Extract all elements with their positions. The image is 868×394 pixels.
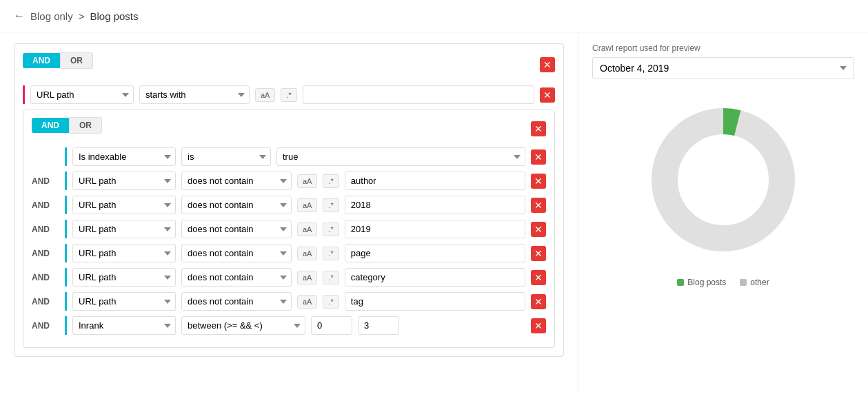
toggle-aa-2[interactable]: aA xyxy=(297,198,317,212)
value-input-1[interactable] xyxy=(345,172,525,190)
inrank-row-close[interactable]: ✕ xyxy=(531,318,546,333)
chart-legend: Blog posts other xyxy=(677,278,769,287)
toggle-aa-6[interactable]: aA xyxy=(297,295,317,309)
operator-select-4[interactable]: does not contain xyxy=(181,244,292,262)
crawl-date-select[interactable]: October 4, 2019 xyxy=(592,57,854,79)
row-close-1[interactable]: ✕ xyxy=(531,174,546,189)
field-select-top[interactable]: URL path xyxy=(30,85,134,104)
value-from-inrank[interactable] xyxy=(311,316,352,335)
value-input-2[interactable] xyxy=(345,196,525,214)
outer-or-button[interactable]: OR xyxy=(60,52,93,69)
legend-blog-label: Blog posts xyxy=(687,278,726,287)
field-select-6[interactable]: URL path xyxy=(72,292,176,311)
urlpath-border-2: URL path does not contain aA .* xyxy=(65,196,525,214)
table-row: AND URL path does not contain aA .* ✕ xyxy=(32,244,546,262)
operator-select-indexable[interactable]: is xyxy=(181,147,271,166)
and-prefix-1: AND xyxy=(32,176,59,186)
toggle-aa-1[interactable]: aA xyxy=(297,174,317,188)
operator-select-2[interactable]: does not contain xyxy=(181,196,292,214)
top-row-close-button[interactable]: ✕ xyxy=(540,87,555,103)
legend-dot-other xyxy=(740,279,747,286)
toggle-aa-5[interactable]: aA xyxy=(297,271,317,284)
operator-select-inrank[interactable]: between (>= && <) xyxy=(181,316,305,335)
breadcrumb-parent[interactable]: Blog only xyxy=(30,10,73,22)
outer-filter-group: AND OR ✕ URL path starts with aA xyxy=(14,43,564,357)
toggle-regex-1[interactable]: .* xyxy=(323,174,339,188)
row-close-5[interactable]: ✕ xyxy=(531,270,546,285)
page: ← Blog only > Blog posts AND OR ✕ xyxy=(0,0,868,394)
back-button[interactable]: ← xyxy=(14,10,25,22)
and-prefix-7: AND xyxy=(32,321,59,331)
table-row: AND URL path does not contain aA .* ✕ xyxy=(32,292,546,311)
crawl-select-wrap: October 4, 2019 xyxy=(592,57,854,79)
toggle-regex-2[interactable]: .* xyxy=(323,198,339,212)
urlpath-border-5: URL path does not contain aA .* xyxy=(65,268,525,287)
field-select-3[interactable]: URL path xyxy=(72,220,176,238)
row-close-4[interactable]: ✕ xyxy=(531,246,546,261)
other-segment xyxy=(665,121,782,238)
toggle-regex-top[interactable]: .* xyxy=(281,88,296,102)
toggle-regex-3[interactable]: .* xyxy=(323,222,339,236)
row-close-6[interactable]: ✕ xyxy=(531,294,546,309)
breadcrumb: ← Blog only > Blog posts xyxy=(0,0,868,32)
table-row: AND URL path does not contain aA .* ✕ xyxy=(32,220,546,238)
value-to-inrank[interactable] xyxy=(358,316,399,335)
indexable-row-close[interactable]: ✕ xyxy=(531,149,546,165)
crawl-report-label: Crawl report used for preview xyxy=(592,43,854,53)
operator-select-6[interactable]: does not contain xyxy=(181,292,292,311)
field-select-indexable[interactable]: Is indexable xyxy=(72,147,176,166)
operator-select-5[interactable]: does not contain xyxy=(181,268,292,287)
main-content: AND OR ✕ URL path starts with aA xyxy=(0,32,868,394)
operator-select-1[interactable]: does not contain xyxy=(181,172,292,190)
toggle-aa-3[interactable]: aA xyxy=(297,222,317,236)
field-border: URL path starts with aA .* /blog xyxy=(23,85,534,104)
outer-and-button[interactable]: AND xyxy=(23,53,60,68)
donut-chart xyxy=(634,90,813,269)
table-row: AND URL path does not contain aA .* ✕ xyxy=(32,196,546,214)
toggle-regex-6[interactable]: .* xyxy=(323,295,339,309)
breadcrumb-current: Blog posts xyxy=(90,10,138,22)
toggle-aa-top[interactable]: aA xyxy=(255,88,275,102)
and-prefix-5: AND xyxy=(32,273,59,282)
inner-or-button[interactable]: OR xyxy=(69,117,102,134)
value-input-5[interactable] xyxy=(345,268,525,287)
urlpath-border-6: URL path does not contain aA .* xyxy=(65,292,525,311)
table-row: AND Inrank between (>= && <) ✕ xyxy=(32,316,546,335)
field-select-4[interactable]: URL path xyxy=(72,244,176,262)
toggle-regex-4[interactable]: .* xyxy=(323,247,339,260)
inner-close-button[interactable]: ✕ xyxy=(531,121,546,136)
and-prefix-6: AND xyxy=(32,297,59,307)
inner-and-button[interactable]: AND xyxy=(32,118,69,133)
table-row: AND URL path does not contain aA .* ✕ xyxy=(32,172,546,190)
toggle-regex-5[interactable]: .* xyxy=(323,271,339,284)
table-row: Is indexable is true ✕ xyxy=(32,147,546,166)
and-prefix-2: AND xyxy=(32,200,59,210)
inner-filter-group: AND OR ✕ Is indexable is xyxy=(23,110,555,348)
value-input-6[interactable] xyxy=(345,292,525,311)
field-select-5[interactable]: URL path xyxy=(72,268,176,287)
row-close-2[interactable]: ✕ xyxy=(531,198,546,213)
legend-other-label: other xyxy=(750,278,769,287)
row-close-3[interactable]: ✕ xyxy=(531,222,546,237)
value-input-3[interactable] xyxy=(345,220,525,238)
field-select-2[interactable]: URL path xyxy=(72,196,176,214)
and-prefix-3: AND xyxy=(32,225,59,234)
outer-close-button[interactable]: ✕ xyxy=(540,57,555,72)
value-input-4[interactable] xyxy=(345,244,525,262)
toggle-aa-4[interactable]: aA xyxy=(297,247,317,260)
donut-svg xyxy=(640,97,806,262)
field-select-1[interactable]: URL path xyxy=(72,172,176,190)
indexable-border: Is indexable is true xyxy=(65,147,525,166)
operator-select-top[interactable]: starts with xyxy=(139,85,250,104)
urlpath-border-4: URL path does not contain aA .* xyxy=(65,244,525,262)
legend-other: other xyxy=(740,278,769,287)
value-input-top[interactable]: /blog xyxy=(303,85,534,104)
and-prefix-4: AND xyxy=(32,249,59,258)
inrank-border: Inrank between (>= && <) xyxy=(65,316,525,335)
donut-chart-container: Blog posts other xyxy=(592,90,854,287)
outer-and-or-bar: AND OR xyxy=(23,52,93,69)
field-select-inrank[interactable]: Inrank xyxy=(72,316,176,335)
value-select-indexable[interactable]: true xyxy=(276,147,525,166)
operator-select-3[interactable]: does not contain xyxy=(181,220,292,238)
legend-dot-blog xyxy=(677,279,684,286)
